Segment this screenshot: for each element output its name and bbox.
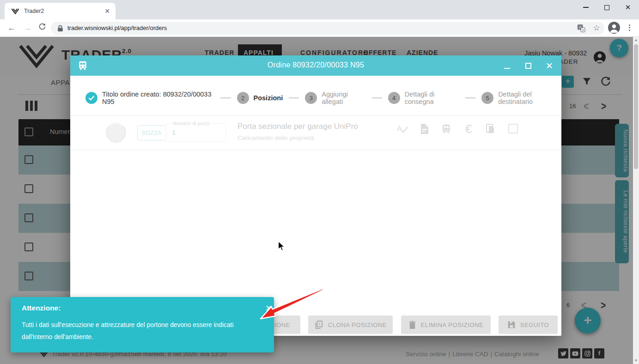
- svg-text:a: a: [582, 28, 584, 32]
- svg-text:A: A: [397, 125, 402, 133]
- save-label: SEGUITO: [520, 322, 549, 328]
- profile-person-icon: [608, 22, 620, 34]
- dialog-minimize-button[interactable]: [500, 59, 513, 72]
- step-titolo[interactable]: Titolo ordine creato: 80932/20/00033 N95: [85, 91, 214, 105]
- annotation-arrow: [250, 283, 335, 327]
- dialog-maximize-button[interactable]: [522, 59, 535, 72]
- step-connector: [372, 97, 382, 98]
- bookmark-star-icon[interactable]: ☆: [592, 24, 601, 32]
- step-label: Aggiungi allegati: [322, 91, 365, 105]
- window-maximize-button[interactable]: [596, 0, 617, 15]
- attention-toast: Attenzione: Tutti i dati sull'esecuzione…: [11, 297, 274, 352]
- trash-icon: [408, 321, 416, 329]
- url-text: trader.wisniowski.pl/app/trader/orders: [67, 24, 167, 31]
- step-connector: [220, 97, 231, 98]
- position-row: BOZZA Numero di pezzi 1 Porta sezionale …: [70, 115, 561, 150]
- quantity-label: Numero di pezzi: [171, 121, 211, 126]
- url-bar[interactable]: trader.wisniowski.pl/app/trader/orders A…: [51, 22, 604, 35]
- lock-icon: [57, 25, 63, 32]
- check-icon: [88, 95, 95, 101]
- site-favicon-w-icon: [11, 7, 19, 15]
- step-allegati[interactable]: 3 Aggiungi allegati: [305, 91, 365, 105]
- quantity-value: 1: [172, 129, 176, 136]
- step-destinatario[interactable]: 5 Dettagli del destinatario: [481, 91, 561, 105]
- translate-icon[interactable]: A a: [577, 24, 585, 32]
- euro-icon[interactable]: €: [463, 123, 475, 135]
- tab-close-icon[interactable]: ✕: [103, 6, 112, 16]
- step-connector: [465, 97, 475, 98]
- scroll-down-icon[interactable]: ▼: [633, 358, 639, 364]
- dialog-close-button[interactable]: ✕: [543, 59, 556, 72]
- step-label: Dettagli del destinatario: [498, 91, 561, 105]
- mouse-cursor: [278, 241, 285, 251]
- position-title: Porta sezionale per garage UniPro: [237, 122, 358, 131]
- back-button[interactable]: ←: [6, 22, 18, 34]
- scroll-up-icon[interactable]: ▲: [633, 37, 639, 43]
- dialog-titlebar[interactable]: Ordine 80932/20/00033 N95 ✕: [70, 55, 561, 76]
- reload-button[interactable]: [36, 22, 48, 34]
- step-number: 5: [481, 92, 493, 104]
- delete-position-button[interactable]: ELIMINA POSIZIONE: [401, 315, 491, 334]
- position-subtitle: Caricamento delle proprietà.: [237, 134, 316, 141]
- browser-tab[interactable]: Trader2 ✕: [5, 3, 116, 19]
- document-icon[interactable]: [419, 123, 431, 135]
- window-minimize-button[interactable]: [575, 0, 596, 15]
- spellcheck-icon[interactable]: A: [396, 123, 408, 135]
- save-icon: [507, 321, 516, 329]
- reload-icon: [38, 23, 46, 30]
- delete-position-label: ELIMINA POSIZIONE: [421, 322, 484, 328]
- save-button[interactable]: SEGUITO: [499, 315, 558, 334]
- toast-body: Tutti i dati sull'esecuzione e attrezzat…: [22, 319, 256, 343]
- window-close-button[interactable]: ✕: [617, 0, 639, 15]
- step-number: 4: [388, 92, 400, 104]
- step-label: Posizioni: [254, 94, 283, 102]
- step-label: Dettagli di consegna: [405, 91, 459, 105]
- screen: Trader2 ✕ + ✕ ← → trader.wisniowski.pl/a…: [0, 0, 639, 364]
- stepper: Titolo ordine creato: 80932/20/00033 N95…: [85, 91, 561, 105]
- browser-menu-icon[interactable]: [625, 22, 633, 34]
- quantity-field[interactable]: Numero di pezzi 1: [166, 123, 226, 142]
- step-label: Titolo ordine creato: 80932/20/00033 N95: [102, 91, 214, 105]
- copy-icon[interactable]: [485, 123, 497, 135]
- scrollbar-thumb[interactable]: [634, 44, 638, 169]
- browser-profile-avatar[interactable]: [608, 22, 620, 34]
- toast-title: Attenzione:: [22, 304, 61, 312]
- position-checkbox[interactable]: [508, 124, 518, 133]
- status-badge: BOZZA: [137, 125, 166, 140]
- step-consegna[interactable]: 4 Dettagli di consegna: [388, 91, 459, 105]
- tab-title: Trader2: [24, 8, 44, 14]
- step-number: 3: [305, 92, 317, 104]
- clone-position-label: CLONA POSIZIONE: [328, 322, 387, 328]
- transport-row-icon[interactable]: [440, 123, 452, 135]
- dialog-title: Ordine 80932/20/00033 N95: [70, 61, 561, 69]
- position-loading-spinner: [106, 122, 126, 143]
- forward-button[interactable]: →: [21, 22, 33, 34]
- page-scrollbar[interactable]: ▲ ▼: [633, 37, 639, 364]
- step-done-circle: [85, 92, 97, 104]
- step-posizioni[interactable]: 2 Posizioni: [237, 92, 283, 104]
- step-number: 2: [237, 92, 249, 104]
- step-connector: [289, 97, 299, 98]
